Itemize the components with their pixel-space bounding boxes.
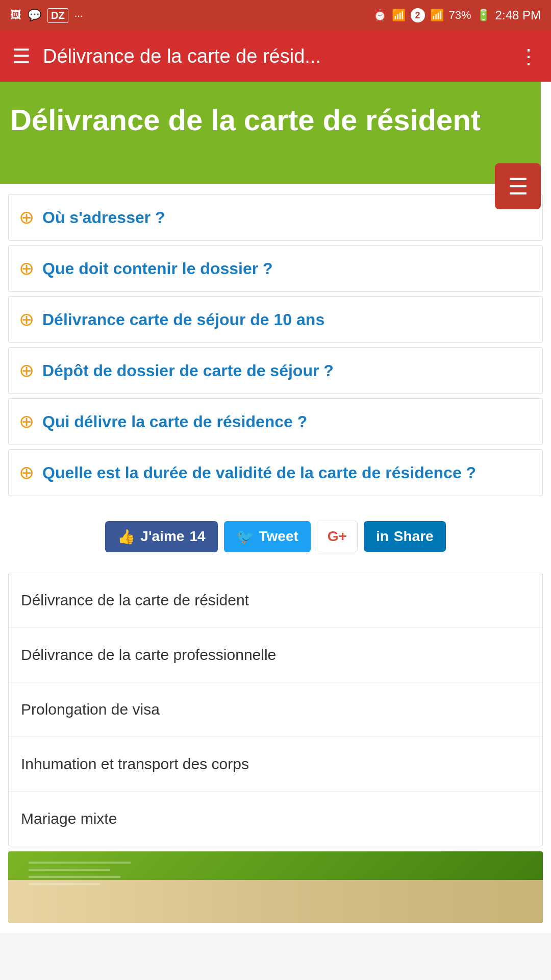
faq-text-4: Dépôt de dossier de carte de séjour ? xyxy=(42,361,334,380)
faq-arrow-icon-4: ⊕ xyxy=(19,360,34,381)
page-title: Délivrance de la carte de résident xyxy=(10,102,525,138)
related-item-2[interactable]: Délivrance de la carte professionnelle xyxy=(9,628,542,682)
app-bar: ☰ Délivrance de la carte de résid... ⋮ xyxy=(0,31,551,82)
faq-list: ⊕ Où s'adresser ? ⊕ Que doit contenir le… xyxy=(0,184,551,510)
message-icon: 💬 xyxy=(28,9,41,22)
gplus-button[interactable]: G+ xyxy=(317,521,358,552)
related-item-5[interactable]: Mariage mixte xyxy=(9,792,542,846)
notification-badge: 2 xyxy=(411,8,425,22)
related-text-3: Prolongation de visa xyxy=(21,701,160,718)
faq-text-1: Où s'adresser ? xyxy=(42,208,165,227)
twitter-bird-icon: 🐦 xyxy=(236,528,254,545)
svg-rect-2 xyxy=(29,876,120,878)
faq-arrow-icon-1: ⊕ xyxy=(19,207,34,228)
jaime-button[interactable]: 👍 J'aime 14 xyxy=(105,521,217,552)
wifi-icon: 📶 xyxy=(392,9,406,22)
faq-item-3[interactable]: ⊕ Délivrance carte de séjour de 10 ans xyxy=(8,296,543,343)
share-label: Share xyxy=(394,528,434,545)
floating-menu-icon: ☰ xyxy=(508,174,528,200)
faq-text-6: Quelle est la durée de validité de la ca… xyxy=(42,463,476,482)
jaime-label: J'aime xyxy=(140,528,184,545)
svg-rect-1 xyxy=(29,869,110,871)
status-bar-right: ⏰ 📶 2 📶 73% 🔋 2:48 PM xyxy=(373,8,541,22)
gplus-label: G+ xyxy=(328,528,347,545)
faq-item-4[interactable]: ⊕ Dépôt de dossier de carte de séjour ? xyxy=(8,347,543,394)
linkedin-share-button[interactable]: in Share xyxy=(364,521,446,552)
alarm-icon: ⏰ xyxy=(373,9,387,22)
svg-rect-0 xyxy=(29,862,131,864)
hamburger-menu-icon[interactable]: ☰ xyxy=(12,44,31,68)
faq-item-5[interactable]: ⊕ Qui délivre la carte de résidence ? xyxy=(8,398,543,445)
jaime-count: 14 xyxy=(189,528,205,545)
faq-text-3: Délivrance carte de séjour de 10 ans xyxy=(42,310,324,329)
floating-menu-button[interactable]: ☰ xyxy=(495,163,541,209)
faq-item-1[interactable]: ⊕ Où s'adresser ? xyxy=(8,194,543,241)
thumbsup-icon: 👍 xyxy=(117,528,135,545)
faq-text-5: Qui délivre la carte de résidence ? xyxy=(42,412,307,431)
related-item-4[interactable]: Inhumation et transport des corps xyxy=(9,737,542,792)
linkedin-icon: in xyxy=(376,528,389,545)
status-bar: 🖼 💬 DZ ··· ⏰ 📶 2 📶 73% 🔋 2:48 PM xyxy=(0,0,551,31)
social-bar: 👍 J'aime 14 🐦 Tweet G+ in Share xyxy=(0,510,551,568)
signal-icon: 📶 xyxy=(430,9,444,22)
overflow-menu-icon[interactable]: ⋮ xyxy=(518,44,539,68)
related-text-5: Mariage mixte xyxy=(21,810,117,827)
dz-icon: DZ xyxy=(47,8,68,23)
faq-arrow-icon-6: ⊕ xyxy=(19,462,34,483)
page-content: ☰ Délivrance de la carte de résident ⊕ O… xyxy=(0,82,551,933)
bottom-image-banner xyxy=(8,851,543,923)
related-text-4: Inhumation et transport des corps xyxy=(21,755,249,772)
battery-icon: 🔋 xyxy=(477,9,490,22)
status-bar-left: 🖼 💬 DZ ··· xyxy=(10,8,83,23)
related-links-panel: Délivrance de la carte de résident Déliv… xyxy=(8,573,543,846)
faq-arrow-icon-3: ⊕ xyxy=(19,309,34,330)
faq-item-2[interactable]: ⊕ Que doit contenir le dossier ? xyxy=(8,245,543,292)
related-text-1: Délivrance de la carte de résident xyxy=(21,592,249,608)
photo-icon: 🖼 xyxy=(10,9,21,22)
tweet-label: Tweet xyxy=(259,528,298,545)
battery-level: 73% xyxy=(449,9,471,22)
related-text-2: Délivrance de la carte professionnelle xyxy=(21,646,276,663)
faq-item-6[interactable]: ⊕ Quelle est la durée de validité de la … xyxy=(8,449,543,496)
faq-text-2: Que doit contenir le dossier ? xyxy=(42,259,273,278)
clock: 2:48 PM xyxy=(495,8,541,22)
related-item-3[interactable]: Prolongation de visa xyxy=(9,682,542,737)
more-dots-icon: ··· xyxy=(74,10,83,21)
hero-section: Délivrance de la carte de résident xyxy=(0,82,541,184)
faq-arrow-icon-2: ⊕ xyxy=(19,258,34,279)
svg-rect-3 xyxy=(29,883,100,885)
tweet-button[interactable]: 🐦 Tweet xyxy=(224,521,311,552)
related-item-1[interactable]: Délivrance de la carte de résident xyxy=(9,573,542,628)
app-bar-title: Délivrance de la carte de résid... xyxy=(43,45,506,67)
faq-arrow-icon-5: ⊕ xyxy=(19,411,34,432)
